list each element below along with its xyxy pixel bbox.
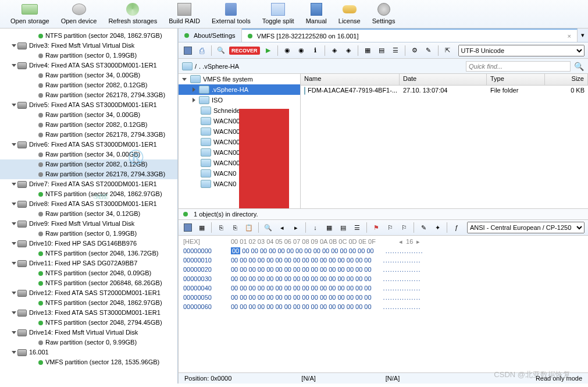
expand-icon[interactable] bbox=[12, 292, 16, 294]
drive-tree[interactable]: NTFS partition (sector 2048, 1862.97GB)D… bbox=[0, 29, 178, 384]
tree-row[interactable]: Drive6: Fixed ATA SAS ST3000DM001-1ER1 bbox=[0, 140, 177, 150]
tree-row[interactable]: NTFS partition (sector 2048, 0.09GB) bbox=[0, 268, 177, 278]
tree-row[interactable]: Raw partition (sector 262178, 2794.33GB) bbox=[0, 169, 177, 179]
tree-row[interactable]: Drive7: Fixed ATA SAS ST2000DM001-1ER1 bbox=[0, 179, 177, 189]
fs-tree-row[interactable]: ISO bbox=[179, 95, 300, 105]
tree-row[interactable]: VMFS partition (sector 128, 1535.96GB) bbox=[0, 357, 177, 367]
view-icon[interactable]: ▤ bbox=[376, 45, 387, 56]
expand-icon[interactable] bbox=[12, 331, 16, 334]
tree-row[interactable]: Drive11: Fixed HP SAS DG072A9BB7 bbox=[0, 258, 177, 268]
copy-icon[interactable]: ⎘ bbox=[229, 222, 241, 233]
hex-view[interactable]: [HEX]00 01 02 03 04 05 06 07 08 09 0A 0B… bbox=[179, 236, 588, 372]
tree-row[interactable]: Raw partition (sector 34, 0.12GB) bbox=[0, 209, 177, 219]
expand-icon[interactable] bbox=[12, 104, 16, 106]
search-icon[interactable]: 🔍 bbox=[215, 45, 227, 56]
bookmark-icon[interactable]: ⚐ bbox=[384, 222, 396, 233]
quick-find-input[interactable] bbox=[466, 61, 571, 72]
tree-row[interactable]: Drive9: Fixed Msft Virtual Virtual Disk bbox=[0, 219, 177, 229]
paste-icon[interactable]: 📋 bbox=[243, 222, 255, 233]
expand-icon[interactable] bbox=[12, 64, 16, 67]
file-list-header[interactable]: Name Date Type Size bbox=[301, 74, 588, 86]
tree-row[interactable]: Raw partition (sector 2082, 0.12GB) bbox=[0, 80, 177, 90]
scan-icon[interactable]: ▶ bbox=[262, 45, 274, 56]
tree-row[interactable]: Raw partition (sector 262178, 2794.33GB) bbox=[0, 130, 177, 140]
fs-tree-row[interactable]: VMFS file system bbox=[179, 74, 300, 84]
view-icon[interactable]: ▤ bbox=[337, 222, 349, 233]
tool-icon[interactable]: ⚙ bbox=[409, 45, 420, 56]
file-row[interactable]: FDM-A1ACAE47-7919-4BF1-...27.10. 13:07:0… bbox=[301, 86, 588, 96]
tree-row[interactable]: Raw partition (sector 0, 9.99GB) bbox=[0, 338, 177, 347]
toolbar-manual[interactable]: Manual bbox=[300, 1, 333, 26]
tab-about[interactable]: About/Settings bbox=[179, 29, 242, 42]
toolbar-toggle-split[interactable]: Toggle split bbox=[256, 1, 300, 26]
filesystem-tree[interactable]: VMFS file system.vSphere-HAISOSchneideWA… bbox=[179, 74, 301, 208]
toolbar-open-device[interactable]: Open device bbox=[55, 1, 103, 26]
tree-row[interactable]: NTFS partition (sector 206848, 68.26GB) bbox=[0, 278, 177, 288]
hex-encoding-select[interactable]: ANSI - Central European / CP-1250 bbox=[467, 222, 585, 233]
toolbar-refresh-storages[interactable]: Refresh storages bbox=[102, 1, 163, 26]
toolbar-settings[interactable]: Settings bbox=[366, 1, 401, 26]
expand-icon[interactable] bbox=[12, 262, 16, 265]
tree-row[interactable]: Raw partition (sector 2082, 0.12GB) bbox=[0, 120, 177, 130]
script-icon[interactable]: ƒ bbox=[451, 222, 462, 233]
tree-row[interactable]: Raw partition (sector 34, 0.00GB) bbox=[0, 110, 177, 120]
tree-row[interactable]: NTFS partition (sector 2048, 136.72GB) bbox=[0, 248, 177, 258]
tree-row[interactable]: NTFS partition (sector 2048, 1862.97GB) bbox=[0, 31, 177, 41]
export-icon[interactable]: ⇱ bbox=[442, 45, 454, 56]
tree-row[interactable]: Raw partition (sector 34, 0.00GB) bbox=[0, 70, 177, 80]
tree-row[interactable]: Drive5: Fixed ATA SAS ST3000DM001-1ER1 bbox=[0, 100, 177, 110]
encoding-select[interactable]: UTF-8 Unicode bbox=[458, 45, 585, 56]
tree-row[interactable]: Drive8: Fixed ATA SAS ST3000DM001-1ER1 bbox=[0, 199, 177, 209]
toolbar-open-storage[interactable]: Open storage bbox=[5, 1, 55, 26]
col-type[interactable]: Type bbox=[487, 74, 545, 85]
file-list-body[interactable]: FDM-A1ACAE47-7919-4BF1-...27.10. 13:07:0… bbox=[301, 86, 588, 208]
expand-icon[interactable] bbox=[12, 222, 16, 225]
bookmark-icon[interactable]: ⚐ bbox=[398, 222, 410, 233]
col-name[interactable]: Name bbox=[301, 74, 400, 85]
find-icon[interactable]: 🔍 bbox=[262, 222, 274, 233]
disk-icon[interactable]: ◉ bbox=[281, 45, 293, 56]
flag-icon[interactable]: ⚑ bbox=[370, 222, 382, 233]
expand-icon[interactable] bbox=[12, 143, 16, 146]
col-date[interactable]: Date bbox=[400, 74, 487, 85]
tab-dropdown-icon[interactable]: ▾ bbox=[578, 31, 588, 39]
expand-icon[interactable] bbox=[12, 311, 16, 314]
toolbar-build-raid[interactable]: Build RAID bbox=[163, 1, 206, 26]
disk-icon[interactable]: ◉ bbox=[295, 45, 307, 56]
save-as-icon[interactable]: ⎙ bbox=[196, 45, 208, 56]
nav-icon[interactable]: ◈ bbox=[329, 45, 340, 56]
tree-row[interactable]: Drive12: Fixed ATA SAS ST2000DM001-1ER1 bbox=[0, 288, 177, 298]
view-icon[interactable]: ☰ bbox=[351, 222, 363, 233]
view-icon[interactable]: ☰ bbox=[390, 45, 401, 56]
expand-icon[interactable] bbox=[12, 44, 16, 47]
prev-icon[interactable]: ◂ bbox=[276, 222, 288, 233]
tree-row[interactable]: Raw partition (sector 2082, 0.12GB) bbox=[0, 159, 177, 169]
tree-row[interactable]: 16.001 bbox=[0, 347, 177, 357]
expand-icon[interactable] bbox=[193, 87, 195, 92]
tree-row[interactable]: Raw partition (sector 262178, 2794.33GB) bbox=[0, 90, 177, 100]
tree-row[interactable]: Drive4: Fixed ATA SAS ST3000DM001-1ER1 bbox=[0, 61, 177, 70]
toolbar-external-tools[interactable]: External tools bbox=[206, 1, 256, 26]
expand-icon[interactable] bbox=[12, 242, 16, 245]
info-icon[interactable]: ℹ bbox=[309, 45, 321, 56]
expand-icon[interactable] bbox=[182, 78, 187, 81]
next-icon[interactable]: ▸ bbox=[290, 222, 302, 233]
path-text[interactable]: . .vSphere-HA bbox=[199, 63, 239, 70]
save-icon[interactable] bbox=[182, 45, 194, 56]
tree-row[interactable]: Drive14: Fixed Msft Virtual Virtual Disk bbox=[0, 328, 177, 338]
tree-row[interactable]: Raw partition (sector 0, 1.99GB) bbox=[0, 229, 177, 239]
fs-tree-row[interactable]: .vSphere-HA bbox=[179, 84, 300, 95]
close-icon[interactable]: × bbox=[568, 33, 571, 40]
tool-icon[interactable]: ✦ bbox=[432, 222, 443, 233]
copy-icon[interactable]: ⎘ bbox=[215, 222, 227, 233]
tool-icon[interactable]: ✎ bbox=[423, 45, 434, 56]
tool-icon[interactable]: ✎ bbox=[418, 222, 429, 233]
col-size[interactable]: Size bbox=[545, 74, 588, 85]
search-icon[interactable]: 🔍 bbox=[573, 61, 585, 72]
goto-icon[interactable]: ↓ bbox=[309, 222, 321, 233]
tree-row[interactable]: Raw partition (sector 0, 1.99GB) bbox=[0, 51, 177, 61]
tree-row[interactable]: Drive3: Fixed Msft Virtual Virtual Disk bbox=[0, 41, 177, 51]
expand-icon[interactable] bbox=[193, 98, 195, 102]
save-icon[interactable] bbox=[182, 222, 194, 233]
expand-icon[interactable] bbox=[12, 183, 16, 186]
